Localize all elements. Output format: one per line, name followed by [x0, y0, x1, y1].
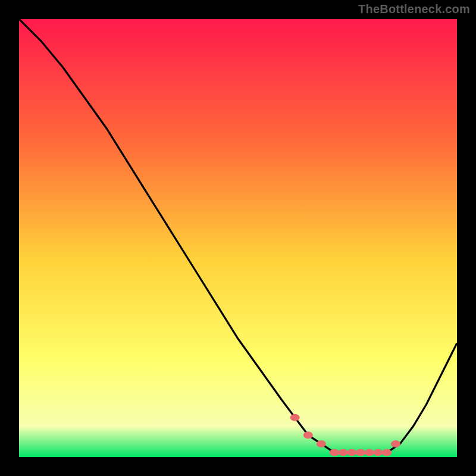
- marker-dot: [339, 449, 348, 456]
- marker-dot: [374, 449, 383, 456]
- chart-svg: [19, 19, 457, 457]
- marker-dot: [317, 440, 326, 447]
- marker-dot: [347, 449, 356, 456]
- marker-dot: [356, 449, 365, 456]
- watermark-text: TheBottleneck.com: [358, 2, 470, 16]
- gradient-background: [19, 19, 457, 457]
- marker-dot: [330, 449, 339, 456]
- marker-dot: [365, 449, 374, 456]
- marker-dot: [290, 414, 300, 421]
- marker-dot: [382, 449, 392, 456]
- chart-frame: TheBottleneck.com: [0, 0, 476, 476]
- marker-dot: [391, 440, 400, 447]
- marker-dot: [303, 431, 313, 439]
- plot-area: [19, 19, 457, 457]
